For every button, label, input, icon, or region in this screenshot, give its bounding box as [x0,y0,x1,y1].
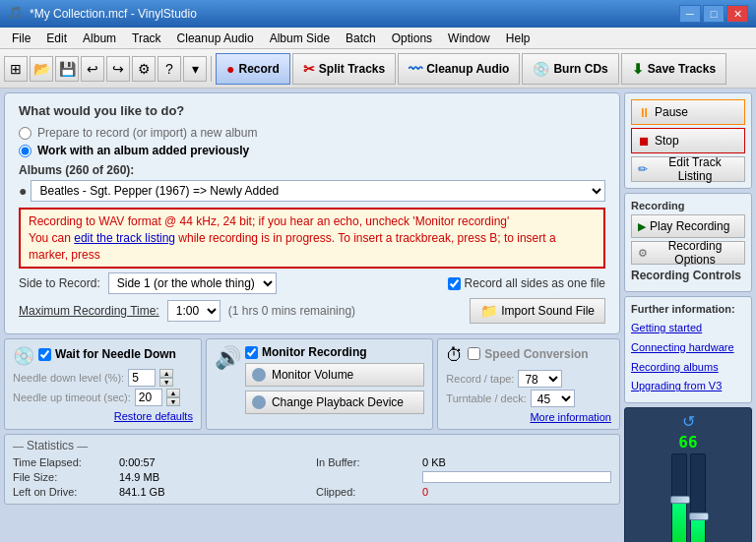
stats-grid: Time Elapsed: 0:00:57 In Buffer: 0 KB Fi… [13,456,611,498]
menu-cleanup-audio[interactable]: Cleanup Audio [169,28,262,48]
time-remaining: (1 hrs 0 mins remaining) [228,304,355,318]
monitor-recording-label: Monitor Recording [262,345,367,359]
vu-left-fill [672,501,686,542]
getting-started-link[interactable]: Getting started [631,319,745,338]
toolbar-save[interactable]: 💾 [55,56,79,82]
play-recording-label: Play Recording [650,219,729,233]
pause-icon: ⏸ [638,105,651,120]
clipped-value: 0 [422,486,611,498]
toolbar-new[interactable]: ⊞ [4,56,28,82]
speaker-icon: 🔊 [215,345,241,371]
recording-albums-link[interactable]: Recording albums [631,358,745,378]
toolbar-open[interactable]: 📂 [30,56,53,82]
needle-icon: 💿 [13,345,34,367]
edit-icon: ✏ [638,162,648,176]
time-elapsed-label: Time Elapsed: [13,456,111,468]
more-info-link[interactable]: More information [446,411,611,423]
save-tracks-button[interactable]: ⬇ Save Tracks [621,53,726,85]
record-tape-select[interactable]: 78 [518,370,562,388]
edit-track-listing-button[interactable]: ✏ Edit Track Listing [631,156,745,182]
albums-label: Albums (260 of 260): [19,163,134,177]
stop-button[interactable]: ⏹ Stop [631,128,745,153]
menu-options[interactable]: Options [384,28,440,48]
needle-timeout-down[interactable]: ▼ [166,397,180,406]
wizard-box: What would you like to do? Prepare to re… [4,92,620,334]
toolbar-dropdown[interactable]: ▾ [183,56,207,82]
import-sound-file-button[interactable]: 📁 Import Sound File [470,298,605,324]
vu-right-thumb[interactable] [689,512,709,520]
file-size-label: File Size: [13,471,111,483]
recording-options-button[interactable]: ⚙ Recording Options [631,241,745,265]
import-icon: 📁 [480,303,497,319]
left-panel: What would you like to do? Prepare to re… [4,92,620,538]
further-info-title: Further information: [631,303,745,315]
pause-button[interactable]: ⏸ Pause [631,99,745,125]
restore-defaults-link[interactable]: Restore defaults [13,410,193,422]
speed-checkbox-row[interactable]: Speed Conversion [468,347,588,361]
toolbar-help[interactable]: ? [158,56,181,82]
refresh-icon[interactable]: ↺ [682,412,695,431]
toolbar-undo[interactable]: ↩ [81,56,104,82]
turntable-select[interactable]: 45 [531,390,575,407]
title-bar: 🎵 *My Collection.mcf - VinylStudio ─ □ ✕ [0,0,756,28]
album-select[interactable]: Beatles - Sgt. Pepper (1967) => Newly Ad… [31,180,605,202]
needle-timeout-label: Needle up timeout (sec): [13,391,131,403]
record-button[interactable]: ● Record [216,53,290,85]
rec-info-link[interactable]: edit the track listing [74,231,175,245]
turntable-row: Turntable / deck: 45 [446,390,611,407]
wait-needle-checkbox[interactable] [38,348,51,361]
max-time-label[interactable]: Maximum Recording Time: [19,304,159,318]
needle-level-up[interactable]: ▲ [159,369,173,378]
split-tracks-button[interactable]: ✂ Split Tracks [292,53,396,85]
recording-options-box: Recording ▶ Play Recording ⚙ Recording O… [624,193,752,292]
menu-batch[interactable]: Batch [338,28,384,48]
radio-existing-album-input[interactable] [19,145,32,157]
toolbar-settings[interactable]: ⚙ [132,56,156,82]
radio-existing-album[interactable]: Work with an album added previously [19,144,605,157]
monitor-checkbox-row[interactable]: Monitor Recording [245,345,424,359]
toolbar-redo[interactable]: ↪ [106,56,130,82]
change-playback-button[interactable]: Change Playback Device [245,391,424,414]
radio-new-album-input[interactable] [19,127,32,140]
needle-timeout-spinner[interactable]: ▲ ▼ [166,389,180,406]
record-all-sides-row[interactable]: Record all sides as one file [448,276,605,290]
max-time-select[interactable]: 1:00 [167,300,220,322]
menu-edit[interactable]: Edit [38,28,75,48]
speed-conversion-checkbox[interactable] [468,347,480,360]
menu-window[interactable]: Window [440,28,498,48]
needle-timeout-input[interactable] [135,389,162,406]
menu-album-side[interactable]: Album Side [262,28,338,48]
pause-label: Pause [655,105,688,119]
needle-level-spinner[interactable]: ▲ ▼ [159,369,173,387]
burn-icon: 💿 [533,61,549,77]
menu-album[interactable]: Album [75,28,124,48]
menu-help[interactable]: Help [498,28,538,48]
menu-file[interactable]: File [4,28,38,48]
rec-info-pre: You can [29,231,74,245]
monitor-recording-checkbox[interactable] [245,346,258,359]
play-recording-button[interactable]: ▶ Play Recording [631,214,745,238]
record-all-sides-checkbox[interactable] [448,277,461,290]
needle-timeout-up[interactable]: ▲ [166,389,180,397]
monitor-volume-button[interactable]: Monitor Volume [245,363,424,387]
menu-track[interactable]: Track [124,28,169,48]
close-button[interactable]: ✕ [726,5,748,23]
record-label: Record [238,62,279,76]
radio-new-album[interactable]: Prepare to record (or import) a new albu… [19,126,605,140]
connecting-hardware-link[interactable]: Connecting hardware [631,338,745,358]
upgrading-v3-link[interactable]: Upgrading from V3 [631,377,745,396]
needle-checkbox-row[interactable]: Wait for Needle Down [38,347,176,361]
minimize-button[interactable]: ─ [679,5,701,23]
file-size-value: 14.9 MB [119,471,308,483]
cleanup-audio-button[interactable]: 〰 Cleanup Audio [398,53,520,85]
record-icon: ● [226,61,234,77]
burn-cds-button[interactable]: 💿 Burn CDs [522,53,618,85]
in-buffer-value: 0 KB [422,456,611,468]
recording-label: Recording [631,200,745,211]
needle-level-input[interactable] [128,369,156,387]
maximize-button[interactable]: □ [703,5,724,23]
side-select[interactable]: Side 1 (or the whole thing) [108,272,277,294]
save-tracks-label: Save Tracks [648,62,716,76]
needle-level-down[interactable]: ▼ [159,378,173,387]
vu-left-thumb[interactable] [670,496,690,504]
